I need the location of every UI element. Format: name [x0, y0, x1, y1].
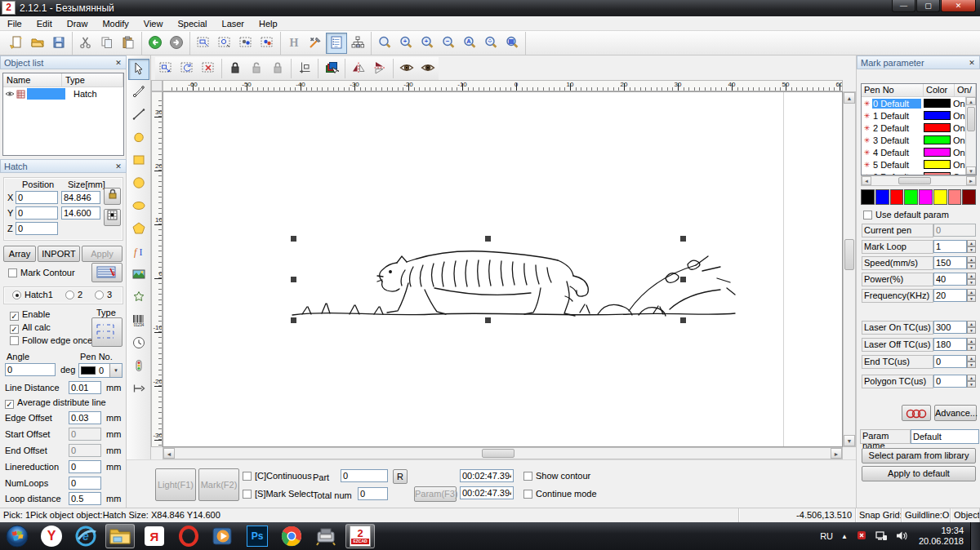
- clock[interactable]: 19:34 20.06.2018: [919, 526, 964, 547]
- taskbar-media-icon[interactable]: [208, 524, 238, 548]
- transform-scale-button[interactable]: [198, 58, 219, 79]
- lock-disabled-button[interactable]: [267, 58, 288, 79]
- delay-tool[interactable]: [128, 333, 149, 354]
- end-tc-spinner[interactable]: ▲▼: [966, 355, 976, 368]
- x-size-input[interactable]: [61, 191, 100, 204]
- mirror-v-button[interactable]: [369, 58, 390, 79]
- laser-off-spinner[interactable]: ▲▼: [966, 338, 976, 351]
- undo-button[interactable]: [145, 33, 166, 54]
- hatch3-radio[interactable]: [95, 291, 104, 299]
- select-tool[interactable]: [128, 59, 149, 80]
- taskbar-ie-icon[interactable]: e: [71, 524, 100, 548]
- pen-no-select[interactable]: 0 ▼: [78, 363, 122, 378]
- continuous-checkbox[interactable]: [243, 472, 252, 481]
- color-swatch-0[interactable]: [861, 189, 875, 205]
- polygon-tool[interactable]: [128, 219, 149, 240]
- maximize-button[interactable]: ▢: [916, 0, 940, 12]
- selection-handle[interactable]: [680, 317, 686, 323]
- horizontal-scroll-thumb[interactable]: [482, 449, 514, 458]
- advance-button[interactable]: Advance...: [934, 405, 977, 421]
- scroll-up-icon[interactable]: ▲: [844, 92, 855, 104]
- network-icon[interactable]: [875, 530, 888, 543]
- selection-handle[interactable]: [485, 236, 491, 242]
- pen-row-4[interactable]: ✳4 DefaultOn: [862, 146, 976, 158]
- object-row-hatch[interactable]: Hatch: [3, 87, 123, 100]
- pen-row-5[interactable]: ✳5 DefaultOn: [862, 158, 976, 171]
- mark-select-checkbox[interactable]: [243, 490, 252, 499]
- close-button[interactable]: ✕: [941, 0, 976, 12]
- bitmap-tool[interactable]: [128, 264, 149, 286]
- pen-row-0[interactable]: ✳0 DefaultOn: [862, 97, 976, 109]
- node-move-button[interactable]: [193, 33, 214, 54]
- pen-row-1[interactable]: ✳1 DefaultOn: [862, 109, 976, 122]
- taskbar-device-icon[interactable]: [311, 524, 341, 548]
- selection-handle[interactable]: [680, 236, 686, 242]
- paste-button[interactable]: [118, 33, 139, 54]
- y-size-input[interactable]: [61, 206, 100, 220]
- color-swatch-3[interactable]: [904, 189, 918, 205]
- line-tool[interactable]: [128, 104, 149, 126]
- lock-button[interactable]: [225, 58, 246, 79]
- hatch1-radio[interactable]: [12, 291, 21, 299]
- pick-color-button[interactable]: [321, 58, 342, 79]
- mark-button[interactable]: Mark(F2): [198, 468, 239, 501]
- use-default-param-checkbox[interactable]: [863, 211, 872, 220]
- selection-handle[interactable]: [485, 317, 491, 323]
- inport-button[interactable]: INPORT: [38, 246, 80, 262]
- zoom-page-button[interactable]: ▤: [501, 33, 523, 54]
- circle-tool[interactable]: [128, 173, 149, 194]
- all-calc-checkbox[interactable]: ✓: [10, 325, 19, 334]
- polygon-tc-spinner[interactable]: ▲▼: [966, 375, 976, 388]
- show-desktop-button[interactable]: [970, 522, 980, 550]
- tools-button[interactable]: [305, 33, 326, 54]
- array-button[interactable]: Array: [3, 246, 36, 262]
- zoom-all-button[interactable]: A: [459, 33, 480, 54]
- extend-axis-tool[interactable]: [128, 379, 149, 400]
- speed-spinner[interactable]: ▲▼: [966, 256, 976, 269]
- pen-list-scrollbar[interactable]: ▲ ▼: [965, 97, 976, 175]
- taskbar-opera-icon[interactable]: [174, 524, 203, 548]
- vertical-scroll-thumb[interactable]: [844, 239, 854, 270]
- text-tool[interactable]: fI: [128, 242, 149, 263]
- menu-file[interactable]: File: [0, 17, 29, 30]
- color-swatch-4[interactable]: [919, 189, 933, 205]
- zoom-select-button[interactable]: ⁘: [480, 33, 501, 54]
- hatch-button[interactable]: H: [283, 33, 305, 54]
- column-type[interactable]: Type: [62, 73, 123, 86]
- cut-button[interactable]: [75, 33, 96, 54]
- hatch2-radio[interactable]: [65, 291, 74, 299]
- continue-mode-checkbox[interactable]: [523, 490, 532, 499]
- column-color[interactable]: Color: [924, 84, 955, 96]
- anchor-grid-button[interactable]: [104, 209, 121, 226]
- pen-list-hscrollbar[interactable]: ◄ ►: [861, 175, 977, 186]
- preview-fill-button[interactable]: [417, 58, 439, 79]
- param-button[interactable]: Param(F3): [414, 486, 457, 502]
- io-tool[interactable]: [128, 356, 149, 377]
- taskbar-yandex-ru-icon[interactable]: Я: [140, 524, 169, 548]
- apply-button[interactable]: Apply: [82, 246, 122, 262]
- column-name[interactable]: Name: [3, 73, 62, 86]
- selection-handle[interactable]: [291, 277, 296, 282]
- follow-edge-checkbox[interactable]: [10, 336, 19, 345]
- apply-to-default-button[interactable]: Apply to default: [862, 466, 976, 481]
- scroll-right-icon[interactable]: ►: [831, 448, 842, 459]
- node-color-button[interactable]: [256, 33, 278, 54]
- action-center-icon[interactable]: [856, 530, 867, 543]
- selection-handle[interactable]: [291, 236, 296, 242]
- barcode-tool[interactable]: 01234: [128, 310, 149, 331]
- color-swatch-6[interactable]: [948, 189, 962, 205]
- drawing-canvas[interactable]: [163, 91, 843, 447]
- close-icon[interactable]: ✕: [967, 58, 977, 68]
- mark-contour-checkbox[interactable]: [8, 268, 17, 277]
- lock-size-button[interactable]: [104, 188, 121, 205]
- color-swatch-7[interactable]: [962, 189, 976, 205]
- reset-part-button[interactable]: R: [393, 469, 408, 484]
- selection-handle[interactable]: [680, 277, 686, 282]
- menu-view[interactable]: View: [136, 17, 171, 30]
- angle-input[interactable]: [5, 363, 56, 376]
- pen-row-3[interactable]: ✳3 DefaultOn: [862, 134, 976, 146]
- tiger-hatch-object[interactable]: [286, 231, 743, 329]
- zoom-point-button[interactable]: +: [395, 33, 416, 54]
- copy-button[interactable]: [96, 33, 118, 54]
- volume-icon[interactable]: [896, 530, 908, 543]
